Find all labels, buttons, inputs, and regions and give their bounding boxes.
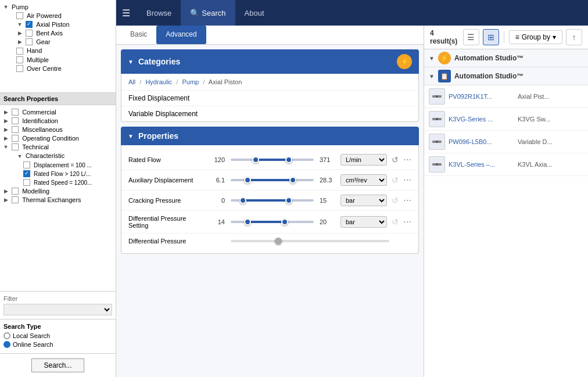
checkbox-commercial[interactable] (12, 109, 19, 116)
slider-track-diff-pressure-setting[interactable] (231, 221, 314, 223)
result-item-1[interactable]: K3VG-Series ... K3VG Sw... (424, 108, 588, 131)
result-item-2[interactable]: PW096-L5B0... Variable D... (424, 131, 588, 153)
tree-item-air-powered[interactable]: Air Powered (0, 11, 116, 20)
more-cracking-pressure[interactable]: ⋯ (403, 196, 411, 205)
checkbox-identification[interactable] (12, 117, 19, 124)
unit-select-diff-pressure-setting[interactable]: bar (340, 216, 387, 228)
expand-gear[interactable]: ▶ (16, 38, 23, 45)
expand-pump[interactable]: ▼ (2, 3, 9, 10)
checkbox-miscellaneous[interactable] (12, 126, 19, 133)
tree-rated-flow[interactable]: Rated Flow > 120 L/... (0, 169, 116, 178)
tree-displacement[interactable]: Displacement = 100 ... (0, 160, 116, 169)
group-by-button[interactable]: ≡ Group by ▾ (509, 30, 562, 44)
slider-thumb2-rated-flow[interactable] (285, 156, 292, 163)
checkbox-over-centre[interactable] (16, 65, 23, 72)
breadcrumb-pump[interactable]: Pump (182, 78, 199, 85)
slider-track-aux-displacement[interactable] (231, 179, 314, 181)
reset-diff-pressure-setting[interactable]: ↺ (392, 217, 399, 227)
tree-item-axial-piston[interactable]: ▼ Axial Piston (0, 20, 116, 28)
result-desc-2: Variable D... (518, 138, 583, 145)
breadcrumb-hydraulic[interactable]: Hydraulic (145, 78, 172, 85)
checkbox-technical[interactable] (12, 143, 19, 150)
prop-max-aux-displacement: 28.3 (320, 177, 336, 184)
checkbox-hand[interactable] (16, 48, 23, 55)
tab-basic[interactable]: Basic (121, 26, 156, 44)
prop-name-diff-pressure-setting: Differential Pressure Setting (128, 215, 204, 229)
nav-browse[interactable]: Browse (137, 0, 181, 26)
tree-operating-condition[interactable]: ▶ Operating Condition (0, 134, 116, 142)
nav-search[interactable]: 🔍 Search (181, 0, 235, 26)
category-variable-displacement[interactable]: Variable Displacement (121, 106, 418, 121)
tree-technical[interactable]: ▼ Technical (0, 142, 116, 151)
checkbox-air-powered[interactable] (16, 12, 23, 19)
checkbox-operating-condition[interactable] (12, 135, 19, 142)
more-rated-flow[interactable]: ⋯ (403, 155, 411, 164)
checkbox-multiple[interactable] (16, 56, 23, 63)
slider-thumb1-diff-pressure-setting[interactable] (244, 218, 251, 225)
result-item-3[interactable]: K3VL-Series –... K3VL Axia... (424, 153, 588, 176)
tree-characteristic[interactable]: ▼ Characteristic (0, 151, 116, 160)
slider-thumb1-diff-pressure[interactable] (275, 238, 282, 245)
tree-thermal[interactable]: ▶ Thermal Exchangers (0, 195, 116, 204)
tree-item-hand[interactable]: Hand (0, 46, 116, 55)
tree-commercial[interactable]: ▶ Commercial (0, 107, 116, 116)
slider-track-rated-flow[interactable] (231, 159, 314, 161)
tree-item-pump[interactable]: ▼ Pump (0, 2, 116, 11)
reset-cracking-pressure[interactable]: ↺ (392, 196, 399, 205)
categories-body: All / Hydraulic / Pump / Axial Piston Fi… (121, 74, 419, 122)
properties-header[interactable]: ▼ Properties (121, 127, 419, 145)
slider-track-cracking-pressure[interactable] (231, 199, 314, 202)
slider-thumb2-aux-displacement[interactable] (289, 177, 296, 184)
slider-track-diff-pressure[interactable] (231, 240, 389, 242)
tab-advanced[interactable]: Advanced (156, 26, 206, 44)
tabs-row: Basic Advanced (116, 26, 424, 45)
checkbox-axial-piston[interactable] (26, 21, 33, 28)
checkbox-thermal[interactable] (12, 196, 19, 203)
slider-thumb2-diff-pressure-setting[interactable] (281, 218, 288, 225)
list-view-button[interactable]: ☰ (463, 29, 479, 45)
sort-button[interactable]: ↑ (566, 29, 582, 45)
reset-rated-flow[interactable]: ↺ (392, 155, 399, 164)
nav-about[interactable]: About (235, 0, 274, 26)
slider-thumb1-aux-displacement[interactable] (244, 177, 251, 184)
expand-axial[interactable]: ▼ (16, 21, 23, 28)
slider-thumb1-rated-flow[interactable] (252, 156, 259, 163)
tree-item-bent-axis[interactable]: ▶ Bent Axis (0, 28, 116, 37)
group-header-0[interactable]: ▼ ⚡ Automation Studio™ (424, 49, 588, 67)
tree-item-over-centre[interactable]: Over Centre (0, 64, 116, 73)
filter-select[interactable] (3, 304, 112, 315)
tree-item-multiple[interactable]: Multiple (0, 55, 116, 64)
checkbox-rated-flow[interactable] (23, 170, 30, 177)
checkbox-modelling[interactable] (12, 188, 19, 195)
unit-select-aux-displacement[interactable]: cm³/rev (340, 174, 387, 186)
checkbox-displacement[interactable] (23, 161, 30, 168)
category-fixed-displacement[interactable]: Fixed Displacement (121, 91, 418, 106)
radio-online-search[interactable]: Online Search (3, 341, 112, 348)
checkbox-gear[interactable] (26, 38, 33, 45)
search-nav-label: Search (202, 9, 225, 17)
breadcrumb-all[interactable]: All (128, 78, 135, 85)
unit-select-rated-flow[interactable]: L/min (340, 154, 387, 166)
result-item-0[interactable]: PV092R1K1T... Axial Pist... (424, 85, 588, 108)
slider-thumb2-cracking-pressure[interactable] (285, 197, 292, 204)
hamburger-icon[interactable]: ☰ (122, 8, 130, 19)
radio-local-search[interactable]: Local Search (3, 332, 112, 339)
tree-miscellaneous[interactable]: ▶ Miscellaneous (0, 125, 116, 134)
unit-select-cracking-pressure[interactable]: bar (340, 195, 387, 206)
tree-rated-speed[interactable]: Rated Speed = 1200... (0, 178, 116, 186)
search-button[interactable]: Search... (31, 358, 84, 372)
tree-identification[interactable]: ▶ Identification (0, 116, 116, 125)
more-aux-displacement[interactable]: ⋯ (403, 175, 411, 185)
expand-bent[interactable]: ▶ (16, 30, 23, 37)
more-diff-pressure-setting[interactable]: ⋯ (403, 217, 411, 227)
grid-view-button[interactable]: ⊞ (483, 29, 499, 45)
left-panel: ▼ Pump Air Powered ▼ Axial Piston ▶ Bent… (0, 0, 116, 377)
slider-thumb1-cracking-pressure[interactable] (239, 197, 246, 204)
checkbox-rated-speed[interactable] (23, 179, 30, 186)
reset-aux-displacement[interactable]: ↺ (392, 175, 399, 185)
tree-modelling[interactable]: ▶ Modelling (0, 186, 116, 195)
categories-header[interactable]: ▼ Categories ⚡ (121, 49, 419, 74)
tree-item-gear[interactable]: ▶ Gear (0, 37, 116, 46)
checkbox-bent-axis[interactable] (26, 30, 33, 37)
group-header-1[interactable]: ▼ 📋 Automation Studio™ (424, 67, 588, 85)
